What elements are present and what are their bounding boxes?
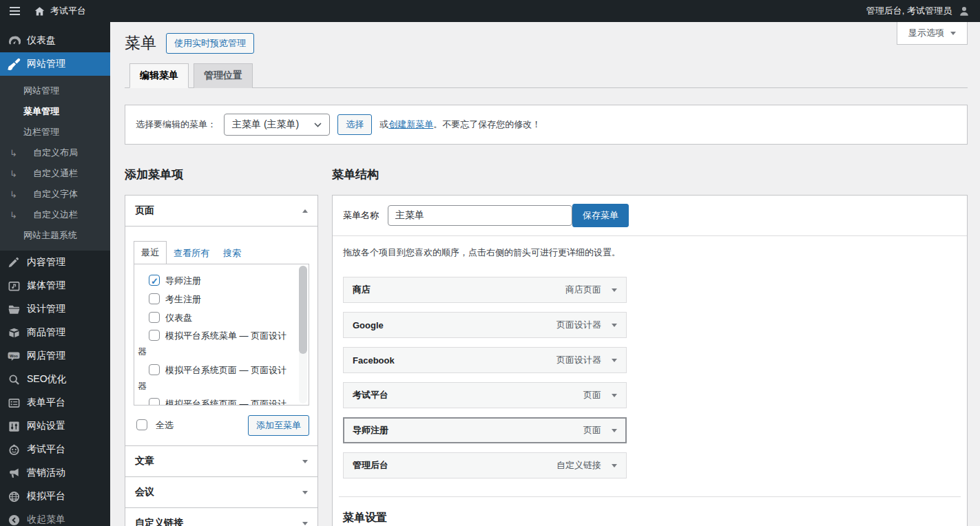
- megaphone-icon: [7, 466, 21, 480]
- tab-view-all[interactable]: 查看所有: [167, 242, 216, 264]
- pages-checklist: 导师注册 考生注册 仪表盘 模拟平台系统菜单 — 页面设计器 模拟平台系统页面 …: [134, 264, 309, 406]
- sidebar-item-label: 商品管理: [27, 326, 65, 339]
- add-to-menu-button[interactable]: 添加至菜单: [248, 415, 309, 436]
- submenu-item-custom-font[interactable]: ↳ 自定义字体: [0, 184, 110, 204]
- pages-panel-header[interactable]: 页面: [125, 196, 317, 226]
- expand-item-icon[interactable]: [612, 359, 617, 362]
- home-icon: [34, 6, 45, 17]
- woocommerce-icon: Woo: [7, 349, 21, 363]
- sidebar-item-seo[interactable]: SEO优化: [0, 368, 110, 391]
- media-icon: [7, 279, 21, 293]
- sidebar-item-content-management[interactable]: 内容管理: [0, 251, 110, 274]
- tab-search[interactable]: 搜索: [216, 242, 248, 264]
- submenu-item-sidebar-management[interactable]: 边栏管理: [0, 122, 110, 143]
- menu-item-shop[interactable]: 商店 商店页面: [343, 277, 627, 303]
- page-checkbox[interactable]: [149, 293, 160, 304]
- sidebar-item-exam-platform[interactable]: 考试平台: [0, 438, 110, 461]
- pages-tabs: 最近 查看所有 搜索: [134, 241, 309, 264]
- select-all-checkbox[interactable]: [136, 419, 147, 430]
- page-checkbox-checked[interactable]: [149, 275, 160, 286]
- globe-icon: [7, 490, 21, 503]
- tab-manage-locations[interactable]: 管理位置: [194, 63, 253, 88]
- sidebar-item-label: 模拟平台: [27, 490, 65, 503]
- page-list-item: 仪表盘: [138, 311, 295, 326]
- menu-item-type: 页面: [583, 389, 601, 401]
- search-icon: [7, 372, 21, 386]
- sidebar-item-product-management[interactable]: 商品管理: [0, 321, 110, 344]
- scrollbar-track[interactable]: [299, 266, 307, 403]
- account-menu[interactable]: 管理后台, 考试管理员: [866, 5, 970, 17]
- save-menu-button[interactable]: 保存菜单: [572, 204, 629, 227]
- subitem-arrow-icon: ↳: [10, 210, 33, 220]
- chevron-down-icon: [950, 32, 956, 35]
- sidebar-item-media-management[interactable]: 媒体管理: [0, 274, 110, 297]
- page-title: 菜单: [125, 32, 156, 54]
- page-checkbox[interactable]: [149, 398, 160, 406]
- menu-select-dropdown[interactable]: 主菜单 (主菜单): [224, 114, 330, 136]
- drag-instructions: 拖放各个项目到您喜欢的顺序，点击右侧的箭头可进行更详细的设置。: [343, 246, 957, 259]
- divider: [339, 496, 961, 497]
- create-new-menu-link[interactable]: 创建新菜单: [388, 119, 433, 129]
- nav-tabs: 编辑菜单 管理位置: [125, 63, 968, 88]
- expand-item-icon[interactable]: [612, 288, 617, 292]
- menu-item-tutor-registration[interactable]: 导师注册 页面: [343, 417, 627, 443]
- expand-panel-icon: [302, 491, 308, 494]
- menu-item-type: 自定义链接: [556, 459, 601, 472]
- tab-edit-menus[interactable]: 编辑菜单: [129, 63, 189, 88]
- page-checkbox[interactable]: [149, 364, 160, 375]
- expand-item-icon[interactable]: [612, 464, 617, 467]
- submenu-item-custom-banner[interactable]: ↳ 自定义通栏: [0, 163, 110, 184]
- meetings-panel-header[interactable]: 会议: [125, 477, 317, 507]
- sidebar-item-simulation-platform[interactable]: 模拟平台: [0, 485, 110, 508]
- live-preview-button[interactable]: 使用实时预览管理: [166, 33, 254, 54]
- sidebar-item-site-settings[interactable]: 网站设置: [0, 414, 110, 438]
- sidebar-item-marketing[interactable]: 营销活动: [0, 461, 110, 485]
- sidebar-item-label: 营销活动: [27, 467, 65, 479]
- user-info: 管理后台, 考试管理员: [866, 5, 952, 17]
- dashboard-icon: [7, 34, 21, 48]
- posts-panel-header[interactable]: 文章: [125, 446, 317, 476]
- site-home-link[interactable]: 考试平台: [34, 5, 86, 17]
- custom-links-panel-header[interactable]: 自定义链接: [125, 508, 317, 526]
- page-list-item: 导师注册: [138, 273, 295, 289]
- sidebar-item-form-platform[interactable]: 表单平台: [0, 391, 110, 414]
- add-items-heading: 添加菜单项: [125, 168, 318, 182]
- menu-select-label: 选择要编辑的菜单：: [136, 118, 216, 131]
- submenu-item-custom-sidebar[interactable]: ↳ 自定义边栏: [0, 204, 110, 225]
- sidebar-item-design-management[interactable]: 设计管理: [0, 297, 110, 321]
- scrollbar-thumb[interactable]: [299, 266, 307, 354]
- sidebar-item-label: 仪表盘: [27, 34, 56, 47]
- sidebar-item-site-management[interactable]: 网站管理: [0, 52, 110, 76]
- sidebar-item-dashboard[interactable]: 仪表盘: [0, 29, 110, 52]
- form-icon: [7, 396, 21, 410]
- pencil-icon: [7, 255, 21, 269]
- sidebar-item-store-management[interactable]: Woo 网店管理: [0, 344, 110, 368]
- menu-item-google[interactable]: Google 页面设计器: [343, 312, 627, 338]
- expand-item-icon[interactable]: [612, 324, 617, 327]
- screen-options-button[interactable]: 显示选项: [897, 22, 968, 45]
- pages-panel: 页面 最近 查看所有 搜索 导师注册 考生注册 仪表盘 模拟平台系: [125, 195, 318, 446]
- tab-most-recent[interactable]: 最近: [134, 241, 167, 264]
- submenu-item-custom-layout[interactable]: ↳ 自定义布局: [0, 143, 110, 163]
- select-menu-button[interactable]: 选择: [337, 114, 372, 135]
- hamburger-icon[interactable]: [10, 7, 20, 15]
- submenu-item-theme-system[interactable]: 网站主题系统: [0, 225, 110, 246]
- menu-item-facebook[interactable]: Facebook 页面设计器: [343, 347, 627, 373]
- menu-structure-heading: 菜单结构: [332, 168, 968, 182]
- subitem-arrow-icon: ↳: [10, 189, 33, 200]
- collapse-menu-button[interactable]: 收起菜单: [0, 508, 110, 526]
- page-list-item: 模拟平台系统页面 — 页面设计器: [138, 397, 295, 406]
- menu-item-exam-platform[interactable]: 考试平台 页面: [343, 382, 627, 408]
- main-content: 显示选项 菜单 使用实时预览管理 编辑菜单 管理位置 选择要编辑的菜单： 主菜单…: [110, 22, 980, 526]
- subitem-arrow-icon: ↳: [10, 169, 33, 179]
- page-checkbox[interactable]: [149, 330, 160, 341]
- expand-item-icon[interactable]: [612, 429, 617, 432]
- page-checkbox[interactable]: [149, 312, 160, 323]
- sidebar-item-label: 设计管理: [27, 303, 65, 315]
- menu-name-input[interactable]: [388, 205, 572, 226]
- expand-panel-icon: [302, 522, 308, 525]
- submenu-item-site-management[interactable]: 网站管理: [0, 81, 110, 101]
- submenu-item-menu-management[interactable]: 菜单管理: [0, 101, 110, 122]
- menu-item-admin-backend[interactable]: 管理后台 自定义链接: [343, 452, 627, 478]
- expand-item-icon[interactable]: [612, 394, 617, 397]
